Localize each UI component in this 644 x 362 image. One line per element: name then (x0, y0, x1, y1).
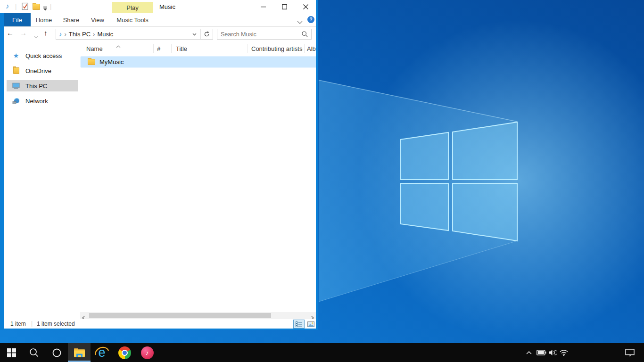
qat-customize-button[interactable] (43, 5, 48, 12)
search-box[interactable] (217, 29, 312, 40)
qat-separator: | (15, 3, 17, 9)
window-border-right (316, 0, 318, 330)
address-toolbar: ← → ↑ ♪ › This PC › Music (4, 27, 316, 41)
address-dropdown-button[interactable] (192, 33, 197, 36)
chevron-up-icon (526, 351, 532, 354)
battery-icon (537, 350, 546, 355)
properties-button[interactable] (21, 2, 29, 12)
itunes-icon: ♪ (141, 346, 154, 359)
cortana-icon (52, 348, 61, 357)
tab-home[interactable]: Home (32, 13, 56, 26)
internet-explorer-icon: e (98, 346, 105, 360)
folder-icon (88, 59, 95, 65)
new-folder-icon (33, 4, 40, 10)
ribbon-expand-button[interactable] (297, 18, 303, 25)
sidebar-item-quick-access[interactable]: ★ Quick access (7, 50, 78, 61)
horizontal-scrollbar[interactable] (80, 312, 316, 319)
sort-ascending-icon (116, 42, 121, 49)
sidebar-item-onedrive[interactable]: OneDrive (7, 65, 78, 76)
minimize-icon (261, 4, 266, 9)
new-folder-button[interactable] (33, 4, 40, 10)
chrome-icon (118, 346, 131, 359)
tab-share[interactable]: Share (59, 13, 83, 26)
action-center-icon (625, 349, 635, 357)
tab-play[interactable]: Play (112, 2, 153, 13)
taskbar-chrome-button[interactable] (113, 343, 136, 362)
back-button[interactable]: ← (7, 29, 14, 36)
up-button[interactable]: ↑ (44, 29, 48, 36)
volume-icon (549, 349, 557, 356)
qat-separator-2: | (50, 3, 51, 9)
network-icon (12, 98, 20, 105)
search-icon[interactable] (302, 31, 308, 37)
taskbar-itunes-button[interactable]: ♪ (136, 343, 158, 362)
volume-button[interactable] (547, 343, 558, 362)
breadcrumb-chevron-icon: › (65, 31, 66, 38)
taskbar: e ♪ (0, 343, 644, 362)
column-header-title[interactable]: Title (176, 45, 187, 52)
windows-logo-icon (7, 348, 16, 357)
search-icon (29, 348, 39, 357)
window-title: Music (159, 3, 175, 10)
sidebar-item-this-pc[interactable]: This PC (7, 80, 78, 91)
file-explorer-icon (74, 348, 85, 358)
taskbar-search-button[interactable] (23, 343, 45, 362)
taskbar-ie-button[interactable]: e (91, 343, 113, 362)
music-note-icon: ♪ (146, 349, 149, 356)
start-button[interactable] (0, 343, 23, 362)
help-button[interactable]: ? (307, 16, 314, 23)
file-name: MyMusic (99, 58, 124, 66)
ribbon-tab-row: File Home Share View Music Tools ? (0, 13, 316, 27)
file-explorer-window: ♪ | | Play Music (0, 0, 318, 330)
status-divider: | (31, 321, 33, 326)
tab-file[interactable]: File (4, 13, 31, 26)
breadcrumb-item-this-pc[interactable]: This PC (69, 31, 91, 38)
properties-icon (21, 2, 29, 10)
tray-expand-button[interactable] (523, 343, 535, 362)
tab-view[interactable]: View (87, 13, 108, 26)
wifi-icon (560, 350, 568, 356)
network-button[interactable] (558, 343, 570, 362)
sidebar-item-label: This PC (25, 82, 47, 90)
action-center-button[interactable] (623, 343, 636, 362)
close-button[interactable] (295, 0, 316, 13)
details-view-button[interactable] (293, 320, 305, 329)
tab-music-tools[interactable]: Music Tools (112, 13, 153, 26)
large-icons-view-icon (307, 321, 314, 327)
large-icons-view-button[interactable] (306, 320, 316, 328)
refresh-button[interactable] (204, 31, 210, 37)
star-icon: ★ (12, 52, 20, 59)
sidebar-item-label: Quick access (25, 52, 62, 59)
breadcrumb-item-music[interactable]: Music (97, 31, 113, 38)
search-input[interactable] (217, 31, 302, 38)
computer-icon (12, 82, 20, 90)
minimize-button[interactable] (253, 0, 274, 13)
folder-icon (12, 67, 20, 74)
address-bar[interactable]: ♪ › This PC › Music (56, 29, 213, 40)
cortana-button[interactable] (45, 343, 68, 362)
close-icon (303, 4, 308, 9)
scrollbar-thumb[interactable] (89, 313, 271, 318)
chevron-down-icon (34, 36, 38, 39)
column-header-contributing-artists[interactable]: Contributing artists (251, 45, 302, 52)
window-border-left (0, 13, 4, 330)
column-header-album[interactable]: Alb (307, 45, 316, 52)
file-row-mymusic[interactable]: MyMusic (81, 57, 317, 67)
window-border-bottom (0, 329, 318, 330)
music-note-icon: ♪ (59, 31, 62, 37)
maximize-button[interactable] (274, 0, 295, 13)
window-titlebar[interactable]: ♪ | | Play Music (0, 0, 316, 13)
column-header-name[interactable]: Name (86, 45, 103, 52)
chevron-down-icon (297, 21, 303, 24)
music-note-icon: ♪ (6, 2, 9, 9)
sidebar-item-label: Network (25, 98, 48, 105)
recent-locations-button[interactable] (34, 33, 38, 40)
status-item-count: 1 item (10, 321, 26, 327)
maximize-icon (282, 4, 287, 9)
battery-button[interactable] (536, 343, 547, 362)
sidebar-item-network[interactable]: Network (7, 95, 78, 107)
taskbar-file-explorer-button[interactable] (68, 343, 91, 362)
sidebar-item-label: OneDrive (25, 67, 51, 74)
column-header-number[interactable]: # (157, 45, 160, 52)
forward-button[interactable]: → (20, 29, 27, 36)
